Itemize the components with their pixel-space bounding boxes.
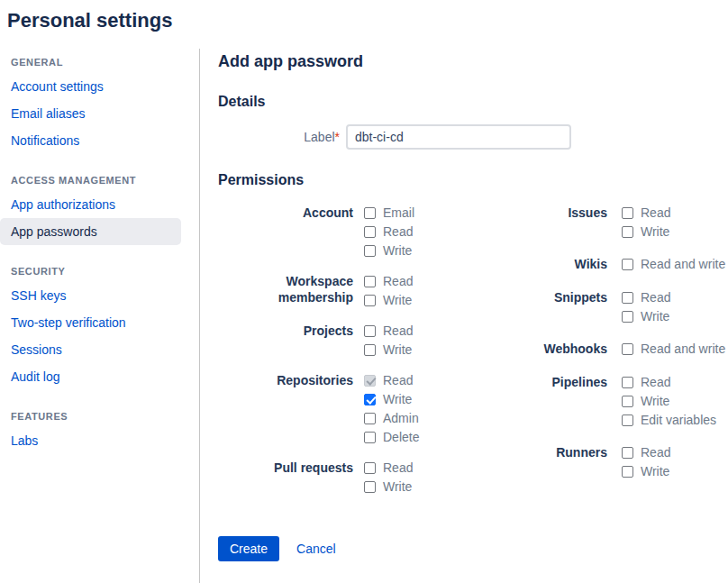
permissions-grid: Account Email Read Write Workspace membe… bbox=[218, 205, 728, 509]
permission-option-row: Read bbox=[364, 373, 419, 387]
permission-option-label: Email bbox=[383, 205, 414, 220]
permission-group: Projects Read Write bbox=[218, 323, 508, 357]
sidebar-item-ssh-keys[interactable]: SSH keys bbox=[0, 282, 181, 309]
sidebar-item-list: Labs bbox=[0, 427, 199, 454]
permission-option-list: Read and write bbox=[622, 341, 725, 357]
sidebar-section: GENERAL Account settings Email aliases N… bbox=[0, 50, 199, 154]
permission-option-row: Write bbox=[364, 243, 414, 258]
pull-requests-write-checkbox[interactable] bbox=[364, 481, 376, 493]
sidebar-section: FEATURES Labs bbox=[0, 405, 199, 454]
projects-read-checkbox[interactable] bbox=[364, 325, 376, 337]
permission-option-row: Write bbox=[622, 394, 716, 408]
sidebar-item-email-aliases[interactable]: Email aliases bbox=[0, 100, 181, 127]
permission-group-label-account: Account bbox=[218, 205, 353, 258]
permission-option-label: Write bbox=[641, 224, 669, 239]
webhooks-read-and-write-checkbox[interactable] bbox=[622, 343, 633, 355]
issues-write-checkbox[interactable] bbox=[622, 226, 633, 238]
sidebar-item-account-settings[interactable]: Account settings bbox=[0, 73, 181, 100]
sidebar-item-labs[interactable]: Labs bbox=[0, 427, 181, 454]
sidebar-item-audit-log[interactable]: Audit log bbox=[0, 363, 181, 390]
snippets-write-checkbox[interactable] bbox=[622, 311, 633, 323]
projects-write-checkbox[interactable] bbox=[364, 344, 376, 356]
permission-group-label-webhooks: Webhooks bbox=[508, 341, 607, 357]
repositories-admin-checkbox[interactable] bbox=[364, 413, 376, 424]
permission-option-label: Write bbox=[383, 392, 412, 406]
repositories-write-checkbox[interactable] bbox=[364, 394, 376, 405]
form-actions: Create Cancel bbox=[218, 536, 728, 561]
permission-group: Pull requests Read Write bbox=[218, 460, 508, 494]
permission-option-row: Write bbox=[364, 293, 413, 307]
repositories-read-checkbox bbox=[364, 375, 376, 387]
permission-option-row: Read and write bbox=[622, 342, 725, 356]
sidebar-item-notifications[interactable]: Notifications bbox=[0, 127, 181, 154]
permission-group-label-workspace-membership: Workspace membership bbox=[218, 273, 353, 307]
permission-option-list: Read Write bbox=[364, 323, 413, 357]
permission-group: Webhooks Read and write bbox=[508, 341, 728, 357]
sidebar-item-list: SSH keys Two-step verification Sessions … bbox=[0, 282, 199, 390]
permission-option-label: Read bbox=[641, 375, 670, 389]
permission-option-row: Write bbox=[364, 479, 413, 494]
permission-option-list: Read Write bbox=[622, 444, 670, 478]
wikis-read-and-write-checkbox[interactable] bbox=[622, 259, 633, 270]
permission-option-row: Write bbox=[364, 342, 413, 357]
main-content: Add app password Details Label* Permissi… bbox=[200, 49, 728, 583]
snippets-read-checkbox[interactable] bbox=[622, 292, 633, 304]
permission-option-list: Read Write bbox=[622, 289, 670, 323]
permission-group-label-snippets: Snippets bbox=[508, 289, 607, 323]
permission-option-label: Read and write bbox=[641, 257, 725, 271]
permission-group: Account Email Read Write bbox=[218, 205, 508, 258]
permission-option-row: Read bbox=[622, 205, 670, 220]
permissions-column-right: Issues Read Write Wikis Read and write S… bbox=[508, 205, 728, 509]
workspace-membership-write-checkbox[interactable] bbox=[364, 295, 376, 306]
sidebar-item-sessions[interactable]: Sessions bbox=[0, 336, 181, 363]
permission-option-list: Email Read Write bbox=[364, 205, 414, 258]
account-email-checkbox[interactable] bbox=[364, 207, 376, 219]
label-input[interactable] bbox=[346, 124, 571, 150]
pipelines-write-checkbox[interactable] bbox=[622, 396, 633, 407]
sidebar-item-list: App authorizations App passwords bbox=[0, 191, 199, 245]
sidebar-nav: GENERAL Account settings Email aliases N… bbox=[0, 49, 200, 583]
sidebar-item-two-step-verification[interactable]: Two-step verification bbox=[0, 309, 181, 336]
permission-group: Repositories Read Write Admin Delete bbox=[218, 372, 508, 444]
create-button[interactable]: Create bbox=[218, 536, 279, 561]
runners-read-checkbox[interactable] bbox=[622, 447, 633, 459]
pipelines-edit-variables-checkbox[interactable] bbox=[622, 414, 633, 426]
repositories-delete-checkbox[interactable] bbox=[364, 432, 376, 443]
runners-write-checkbox[interactable] bbox=[622, 466, 633, 478]
permission-option-label: Delete bbox=[383, 430, 419, 444]
account-write-checkbox[interactable] bbox=[364, 245, 376, 257]
permission-option-label: Write bbox=[641, 394, 669, 408]
permission-option-label: Write bbox=[383, 479, 412, 494]
permission-option-label: Read bbox=[383, 373, 413, 387]
label-field-label: Label* bbox=[218, 130, 346, 144]
permission-group: Workspace membership Read Write bbox=[218, 273, 508, 307]
issues-read-checkbox[interactable] bbox=[622, 207, 633, 219]
permission-option-label: Read bbox=[383, 224, 413, 239]
pull-requests-read-checkbox[interactable] bbox=[364, 462, 376, 474]
permission-option-label: Read and write bbox=[641, 342, 725, 356]
sidebar-item-app-authorizations[interactable]: App authorizations bbox=[0, 191, 181, 218]
permission-group-label-repositories: Repositories bbox=[218, 372, 353, 444]
permission-option-row: Read and write bbox=[622, 257, 725, 271]
account-read-checkbox[interactable] bbox=[364, 226, 376, 238]
permission-option-row: Edit variables bbox=[622, 413, 716, 427]
main-heading: Add app password bbox=[218, 52, 728, 71]
pipelines-read-checkbox[interactable] bbox=[622, 377, 633, 388]
permission-option-label: Write bbox=[641, 464, 669, 478]
permission-group: Issues Read Write bbox=[508, 205, 728, 239]
sidebar-section: SECURITY SSH keys Two-step verification … bbox=[0, 260, 199, 390]
permission-option-label: Read bbox=[641, 205, 670, 220]
label-field-label-text: Label bbox=[304, 130, 334, 144]
required-asterisk: * bbox=[335, 130, 340, 144]
sidebar-item-app-passwords[interactable]: App passwords bbox=[0, 218, 181, 245]
permission-option-row: Write bbox=[622, 309, 670, 323]
permission-option-list: Read Write bbox=[622, 205, 670, 239]
workspace-membership-read-checkbox[interactable] bbox=[364, 276, 376, 287]
cancel-link[interactable]: Cancel bbox=[296, 542, 336, 556]
permission-option-row: Read bbox=[364, 460, 413, 475]
permission-option-row: Write bbox=[364, 392, 419, 406]
sidebar-section-heading: GENERAL bbox=[0, 50, 199, 73]
permission-option-label: Write bbox=[383, 243, 412, 258]
permission-option-label: Read bbox=[383, 323, 413, 338]
permission-option-list: Read Write bbox=[364, 273, 413, 307]
